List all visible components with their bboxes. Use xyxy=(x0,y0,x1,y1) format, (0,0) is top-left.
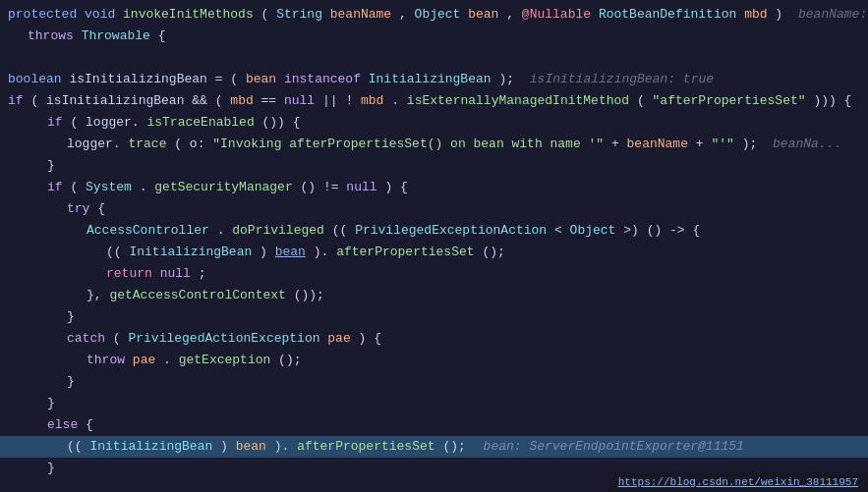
code-block: protected void invokeInitMethods ( Strin… xyxy=(0,0,868,492)
line-18: } xyxy=(0,371,868,393)
line-9: if ( System . getSecurityManager () != n… xyxy=(0,177,868,198)
keyword-void: void xyxy=(85,7,115,22)
line-2: throws Throwable { xyxy=(0,26,868,47)
line-15: } xyxy=(0,306,868,328)
footer-link-text: https://blog.csdn.net/weixin_38111957 xyxy=(618,476,858,488)
line-10: try { xyxy=(0,198,868,220)
line-16: catch ( PrivilegedActionException pae ) … xyxy=(0,328,868,350)
line-13: return null ; xyxy=(0,263,868,285)
keyword-throws: throws xyxy=(28,28,74,43)
line-20: else { xyxy=(0,414,868,436)
line-4: boolean isInitializingBean = ( bean inst… xyxy=(0,69,868,90)
line-7: logger. trace ( o: "Invoking afterProper… xyxy=(0,134,868,155)
code-editor: protected void invokeInitMethods ( Strin… xyxy=(0,0,868,492)
keyword-protected: protected xyxy=(8,7,77,22)
hint-beanname: beanName: xyxy=(798,7,867,22)
line-14: }, getAccessControlContext ()); xyxy=(0,285,868,306)
footer-link[interactable]: https://blog.csdn.net/weixin_38111957 xyxy=(608,472,868,492)
line-12: (( InitializingBean ) bean ). afterPrope… xyxy=(0,242,868,263)
line-19: } xyxy=(0,393,868,414)
line-21-highlighted: (( InitializingBean ) bean ). afterPrope… xyxy=(0,436,868,458)
line-1: protected void invokeInitMethods ( Strin… xyxy=(0,4,868,26)
line-17: throw pae . getException (); xyxy=(0,350,868,371)
line-8: } xyxy=(0,155,868,177)
line-6: if ( logger. isTraceEnabled ()) { xyxy=(0,112,868,134)
method-name: invokeInitMethods xyxy=(123,7,254,22)
line-11: AccessController . doPrivileged (( Privi… xyxy=(0,220,868,242)
line-5: if ( isInitializingBean && ( mbd == null… xyxy=(0,90,868,112)
line-3 xyxy=(0,47,868,69)
